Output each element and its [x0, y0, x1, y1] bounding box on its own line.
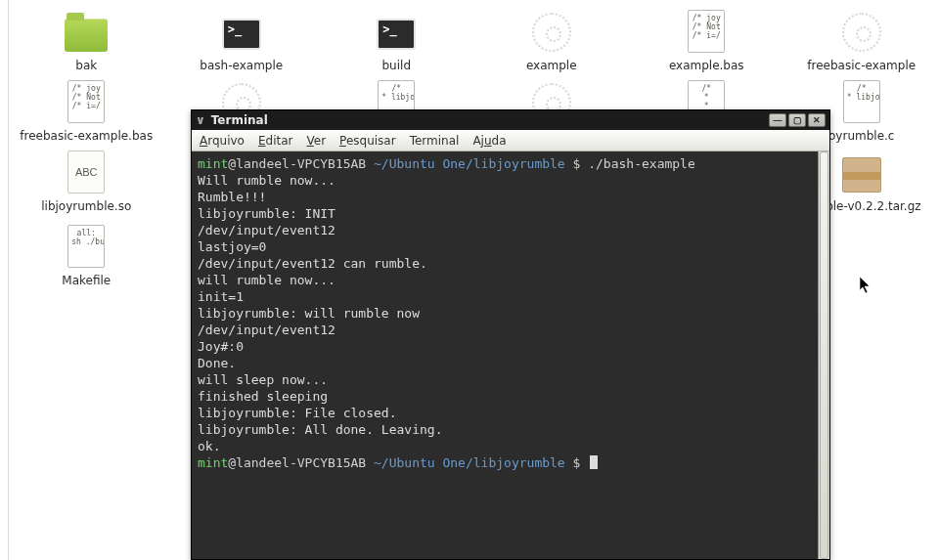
- terminal-output-line: /dev/input/event12: [198, 322, 822, 338]
- textfile-icon: /* joy /* Not /* i=/: [63, 78, 110, 125]
- terminal-output-line: libjoyrumble: INIT: [198, 205, 822, 222]
- sharedlib-icon: ABC: [63, 149, 110, 195]
- terminal-prompt-line: mint@landeel-VPCYB15AB ~/Ubuntu One/libj…: [198, 155, 822, 172]
- desktop-icon-label: example: [526, 59, 577, 72]
- terminal-output-line: /dev/input/event12 can rumble.: [198, 255, 822, 272]
- terminal-output-line: ok.: [198, 438, 822, 454]
- terminal-output-line: /dev/input/event12: [198, 222, 822, 238]
- desktop-icon-label: libjoyrumble.so: [41, 199, 131, 213]
- desktop-icon-example-bas[interactable]: /* joy /* Not /* i=/example.bas: [631, 8, 782, 72]
- terminal-window: ∨ Terminal — ▢ ✕ Arquivo Editar Ver Pesq…: [191, 109, 830, 560]
- menu-terminal[interactable]: Terminal: [410, 134, 460, 148]
- terminal-menubar: Arquivo Editar Ver Pesquisar Terminal Aj…: [192, 130, 829, 151]
- desktop-icon-build[interactable]: build: [321, 8, 472, 72]
- menu-pesquisar[interactable]: Pesquisar: [339, 134, 396, 148]
- close-button[interactable]: ✕: [808, 113, 826, 127]
- desktop-icon-label: example.bas: [669, 59, 744, 72]
- terminal-app-icon: ∨: [196, 113, 205, 127]
- desktop-icon-label: Makefile: [62, 274, 111, 287]
- terminal-scrollbar-thumb[interactable]: [820, 151, 828, 559]
- terminal-scrollbar[interactable]: [818, 151, 829, 559]
- textfile-icon: /* * libjo: [838, 78, 885, 125]
- terminal-titlebar[interactable]: ∨ Terminal — ▢ ✕: [192, 110, 829, 130]
- menu-arquivo[interactable]: Arquivo: [200, 134, 245, 148]
- terminal-body[interactable]: mint@landeel-VPCYB15AB ~/Ubuntu One/libj…: [192, 151, 829, 559]
- terminal-title: Terminal: [211, 113, 268, 127]
- textfile-icon: /* joy /* Not /* i=/: [683, 8, 730, 55]
- terminal-output-line: libjoyrumble: File closed.: [198, 405, 822, 421]
- folder-icon: [63, 8, 110, 55]
- desktop-icon-makefile[interactable]: all: sh ./buMakefile: [11, 223, 162, 287]
- terminal-icon: [373, 8, 420, 55]
- archive-icon: [838, 149, 885, 195]
- minimize-button[interactable]: —: [769, 113, 786, 127]
- desktop-icon-freebasic-example[interactable]: freebasic-example: [785, 8, 937, 72]
- menu-ver[interactable]: Ver: [307, 134, 327, 148]
- desktop-icon-label: bak: [75, 59, 97, 72]
- desktop[interactable]: bakbash-examplebuildexample/* joy /* Not…: [8, 0, 939, 560]
- terminal-output-line: Rumble!!!: [198, 189, 822, 205]
- terminal-prompt-line: mint@landeel-VPCYB15AB ~/Ubuntu One/libj…: [198, 454, 822, 471]
- terminal-output-line: Done.: [198, 355, 822, 371]
- menu-ajuda[interactable]: Ajuda: [472, 134, 506, 148]
- terminal-output-line: will rumble now...: [198, 272, 822, 288]
- terminal-output-line: finished sleeping: [198, 388, 822, 405]
- textfile-icon: all: sh ./bu: [63, 223, 110, 270]
- terminal-cursor: [590, 455, 598, 469]
- desktop-icon-label: oyrumble.c: [828, 129, 894, 143]
- menu-editar[interactable]: Editar: [258, 134, 293, 148]
- gear-icon: [838, 8, 885, 55]
- terminal-icon: [218, 8, 265, 55]
- maximize-button[interactable]: ▢: [788, 113, 806, 127]
- terminal-output-line: init=1: [198, 288, 822, 305]
- terminal-output-line: will sleep now...: [198, 371, 822, 388]
- terminal-output-line: Will rumble now...: [198, 172, 822, 189]
- terminal-output-line: lastjoy=0: [198, 238, 822, 255]
- terminal-output-line: libjoyrumble: All done. Leaving.: [198, 421, 822, 438]
- gear-icon: [528, 8, 575, 55]
- desktop-icon-bash-example[interactable]: bash-example: [165, 8, 317, 72]
- desktop-icon-label: freebasic-example.bas: [20, 129, 153, 143]
- terminal-output-line: libjoyrumble: will rumble now: [198, 305, 822, 322]
- desktop-icon-label: freebasic-example: [807, 59, 916, 72]
- desktop-icon-example[interactable]: example: [475, 8, 627, 72]
- desktop-icon-bak[interactable]: bak: [11, 8, 162, 72]
- terminal-output-line: Joy#:0: [198, 338, 822, 355]
- desktop-icon-freebasic-example-bas[interactable]: /* joy /* Not /* i=/freebasic-example.ba…: [11, 78, 162, 143]
- desktop-icon-libjoyrumble-so[interactable]: ABClibjoyrumble.so: [11, 149, 162, 217]
- desktop-icon-label: build: [381, 59, 411, 72]
- desktop-icon-label: bash-example: [200, 59, 283, 72]
